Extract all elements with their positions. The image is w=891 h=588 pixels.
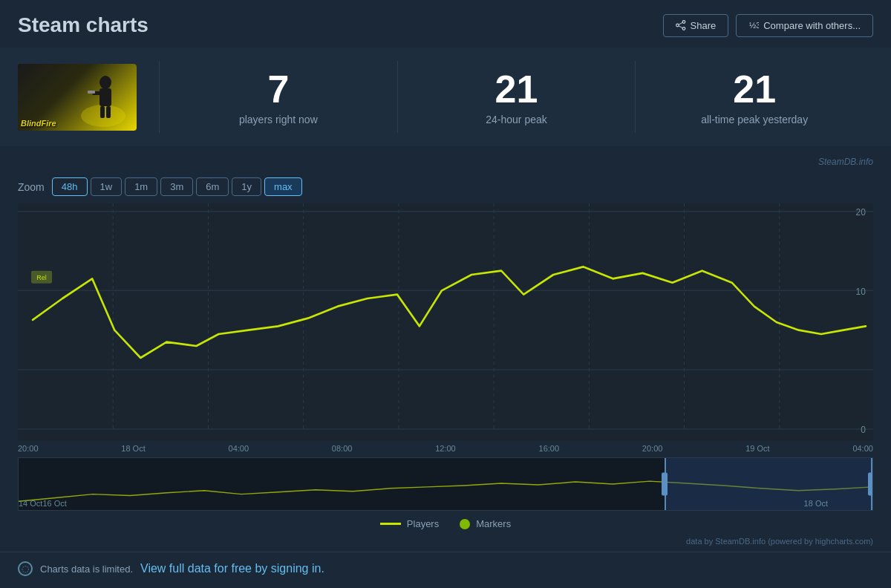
stat-peak-24h: 21 24-hour peak: [397, 61, 636, 133]
game-art: [77, 68, 129, 127]
svg-rect-13: [106, 106, 111, 118]
svg-line-3: [679, 22, 682, 24]
loading-icon: ◌: [18, 561, 33, 576]
steamdb-watermark: SteamDB.info: [18, 154, 873, 172]
xaxis-label-3: 08:00: [332, 444, 353, 453]
xaxis-labels: 20:00 18 Oct 04:00 08:00 12:00 16:00 20:…: [18, 441, 873, 453]
alltime-peak-label: all-time peak yesterday: [650, 114, 858, 125]
alltime-peak-number: 21: [650, 68, 858, 111]
players-now-number: 7: [174, 68, 382, 111]
legend-markers: Markers: [460, 518, 511, 529]
main-chart: 20 10 0 Rel: [18, 203, 873, 441]
share-icon: [676, 20, 686, 30]
header-buttons: Share ½3 Compare with others...: [663, 14, 873, 37]
stat-players-now: 7 players right now: [159, 61, 397, 133]
svg-rect-11: [88, 91, 95, 94]
svg-rect-37: [868, 473, 872, 496]
svg-rect-9: [99, 88, 111, 106]
zoom-label: Zoom: [18, 181, 45, 193]
legend-markers-label: Markers: [476, 518, 511, 529]
chart-svg: 20 10 0 Rel: [18, 203, 873, 441]
share-button[interactable]: Share: [663, 14, 729, 37]
share-label: Share: [691, 20, 717, 31]
zoom-3m[interactable]: 3m: [160, 177, 193, 196]
zoom-max[interactable]: max: [264, 177, 302, 196]
game-title-text: BlindFire: [21, 119, 56, 128]
legend-line: [380, 523, 401, 525]
svg-rect-33: [665, 458, 872, 510]
xaxis-label-4: 12:00: [435, 444, 456, 453]
svg-point-1: [682, 27, 685, 30]
legend: Players Markers: [18, 511, 873, 535]
footer-text: Charts data is limited.: [40, 564, 133, 575]
compare-icon: ½3: [748, 20, 759, 30]
legend-players: Players: [380, 518, 439, 529]
zoom-1w[interactable]: 1w: [91, 177, 123, 196]
svg-rect-12: [100, 106, 105, 118]
zoom-1y[interactable]: 1y: [232, 177, 261, 196]
svg-point-8: [99, 76, 111, 89]
page-title: Steam charts: [18, 13, 148, 37]
compare-button[interactable]: ½3 Compare with others...: [736, 14, 873, 37]
navigator-svg: [19, 458, 872, 510]
zoom-48h[interactable]: 48h: [52, 177, 88, 196]
svg-text:½3: ½3: [749, 21, 759, 30]
game-thumbnail: BlindFire: [18, 64, 137, 131]
svg-rect-14: [18, 203, 873, 441]
stat-alltime-peak: 21 all-time peak yesterday: [635, 61, 873, 133]
xaxis-label-8: 04:00: [852, 444, 873, 453]
footer: ◌ Charts data is limited. View full data…: [0, 552, 891, 585]
xaxis-label-0: 20:00: [18, 444, 39, 453]
data-attribution: data by SteamDB.info (powered by highcha…: [18, 535, 873, 552]
legend-players-label: Players: [407, 518, 439, 529]
players-now-label: players right now: [174, 114, 382, 125]
svg-text:20: 20: [856, 207, 866, 218]
stats-row: BlindFire 7 players right now 21 24-hour…: [0, 48, 891, 146]
page-wrapper: Steam charts Share ½3 Compare with other…: [0, 0, 891, 588]
svg-rect-36: [662, 473, 668, 496]
zoom-bar: Zoom 48h 1w 1m 3m 6m 1y max: [18, 172, 873, 199]
xaxis-label-1: 18 Oct: [121, 444, 145, 453]
legend-dot: [460, 519, 470, 529]
peak-24h-number: 21: [413, 68, 621, 111]
zoom-1m[interactable]: 1m: [125, 177, 157, 196]
header: Steam charts Share ½3 Compare with other…: [0, 0, 891, 48]
navigator-container[interactable]: 14 Oct 16 Oct 18 Oct: [18, 457, 873, 511]
xaxis-label-7: 19 Oct: [745, 444, 769, 453]
svg-text:0: 0: [861, 425, 866, 435]
xaxis-label-6: 20:00: [642, 444, 663, 453]
xaxis-label-2: 04:00: [229, 444, 249, 453]
svg-point-2: [676, 24, 679, 27]
xaxis-label-5: 16:00: [539, 444, 560, 453]
chart-section: SteamDB.info Zoom 48h 1w 1m 3m 6m 1y max: [0, 146, 891, 552]
svg-line-4: [679, 26, 682, 28]
svg-point-0: [682, 21, 685, 24]
footer-link[interactable]: View full data for free by signing in.: [140, 562, 324, 575]
svg-text:Rel: Rel: [36, 274, 47, 281]
peak-24h-label: 24-hour peak: [413, 114, 621, 125]
compare-label: Compare with others...: [763, 20, 861, 31]
svg-text:10: 10: [856, 287, 866, 297]
zoom-6m[interactable]: 6m: [196, 177, 229, 196]
